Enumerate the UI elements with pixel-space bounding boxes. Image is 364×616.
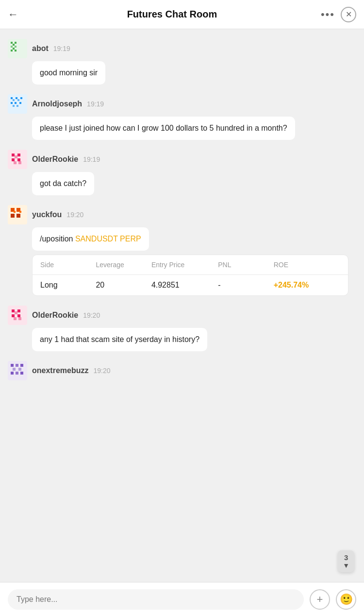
svg-rect-38 [11, 364, 14, 367]
svg-rect-23 [14, 161, 17, 164]
username: onextremebuzz [32, 366, 88, 375]
close-icon: ✕ [346, 10, 352, 19]
svg-rect-8 [11, 97, 13, 99]
message-meta: abot 19:19 [8, 39, 356, 58]
side-value: Long [40, 281, 96, 290]
svg-rect-35 [17, 314, 20, 317]
avatar [8, 150, 27, 169]
scroll-down-icon: ▼ [343, 562, 349, 569]
col-roe-header: ROE [274, 261, 340, 269]
svg-rect-4 [15, 46, 17, 48]
svg-rect-13 [11, 102, 13, 104]
close-button[interactable]: ✕ [341, 7, 356, 22]
chat-header: ← Futures Chat Room ••• ✕ [0, 0, 364, 29]
svg-rect-44 [16, 372, 18, 375]
svg-rect-43 [11, 372, 14, 375]
timestamp: 19:20 [83, 311, 100, 319]
message-bubble: good morning sir [32, 61, 105, 85]
position-card: Side Leverage Entry Price PNL ROE Long 2… [32, 255, 348, 296]
message-text: please I just joined how can I grow 100 … [40, 124, 287, 132]
avatar [8, 39, 27, 58]
username: yuckfou [32, 210, 62, 219]
svg-rect-24 [18, 161, 21, 164]
timestamp: 19:20 [93, 367, 110, 375]
leverage-value: 20 [96, 281, 151, 290]
svg-rect-41 [13, 368, 16, 371]
svg-rect-42 [18, 368, 21, 371]
svg-rect-5 [13, 48, 15, 50]
svg-rect-15 [19, 102, 21, 104]
message-input[interactable] [8, 589, 304, 610]
position-card-header: Side Leverage Entry Price PNL ROE [33, 255, 348, 275]
message-bubble: please I just joined how can I grow 100 … [32, 117, 295, 140]
svg-rect-27 [11, 214, 15, 218]
svg-rect-9 [16, 97, 17, 99]
svg-rect-32 [17, 309, 20, 312]
svg-rect-29 [14, 211, 16, 213]
emoji-button[interactable]: 🙂 [336, 589, 356, 610]
timestamp: 19:20 [66, 211, 83, 219]
svg-rect-20 [15, 155, 17, 158]
svg-rect-36 [14, 317, 17, 320]
svg-rect-34 [12, 314, 15, 317]
col-side-header: Side [40, 261, 96, 269]
col-leverage-header: Leverage [96, 261, 151, 269]
message-text: good morning sir [40, 68, 98, 77]
svg-rect-39 [16, 364, 18, 367]
command-text: /uposition [40, 235, 75, 243]
svg-rect-10 [20, 97, 22, 99]
emoji-icon: 🙂 [340, 593, 353, 606]
svg-rect-31 [12, 309, 15, 312]
username: OlderRookie [32, 155, 78, 164]
svg-rect-1 [15, 42, 17, 44]
roe-value: +245.74% [274, 281, 340, 290]
message-meta: OlderRookie 19:19 [8, 150, 356, 169]
svg-rect-7 [15, 50, 17, 51]
message-bubble: /uposition SANDUSDT PERP [32, 227, 149, 251]
message-meta: OlderRookie 19:20 [8, 306, 356, 325]
ticker-text: SANDUSDT PERP [75, 235, 141, 243]
avatar [8, 205, 27, 224]
message-text: got da catch? [40, 179, 86, 188]
entry-price-value: 4.92851 [151, 281, 218, 290]
message-group: onextremebuzz 19:20 [0, 357, 364, 387]
message-group: OlderRookie 19:20 any 1 had that scam si… [0, 302, 364, 355]
svg-rect-12 [17, 99, 19, 101]
col-entry-price-header: Entry Price [151, 261, 218, 269]
svg-rect-2 [13, 44, 15, 46]
message-group: Arnoldjoseph 19:19 please I just joined … [0, 90, 364, 144]
svg-rect-3 [11, 46, 13, 48]
message-group: yuckfou 19:20 /uposition SANDUSDT PERP S… [0, 201, 364, 300]
add-icon: + [317, 593, 323, 606]
avatar [8, 94, 27, 114]
more-options-button[interactable]: ••• [321, 8, 335, 21]
input-bar: + 🙂 [0, 582, 364, 616]
scroll-to-bottom-badge[interactable]: 3 ▼ [338, 550, 354, 572]
timestamp: 19:19 [83, 155, 100, 163]
chat-area: abot 19:19 good morning sir [0, 29, 364, 582]
header-right: ••• ✕ [321, 7, 356, 22]
svg-rect-6 [11, 50, 13, 51]
message-bubble: any 1 had that scam site of yserday in h… [32, 328, 207, 351]
unread-count: 3 [344, 553, 348, 562]
back-button[interactable]: ← [8, 8, 18, 21]
page-title: Futures Chat Room [23, 9, 321, 20]
svg-rect-0 [11, 42, 13, 44]
col-pnl-header: PNL [218, 261, 273, 269]
svg-rect-14 [15, 102, 17, 104]
message-bubble: got da catch? [32, 172, 94, 195]
timestamp: 19:19 [53, 45, 70, 52]
message-meta: yuckfou 19:20 [8, 205, 356, 224]
header-left: ← [8, 8, 23, 21]
add-attachment-button[interactable]: + [310, 589, 330, 610]
message-group: abot 19:19 good morning sir [0, 35, 364, 88]
pnl-value: - [218, 281, 273, 290]
avatar [8, 361, 27, 380]
svg-rect-40 [20, 364, 23, 367]
svg-rect-30 [19, 211, 21, 213]
svg-rect-33 [15, 311, 17, 314]
position-card-row: Long 20 4.92851 - +245.74% [33, 275, 348, 295]
svg-rect-37 [18, 317, 21, 320]
svg-rect-19 [17, 154, 20, 156]
svg-rect-28 [17, 214, 20, 218]
